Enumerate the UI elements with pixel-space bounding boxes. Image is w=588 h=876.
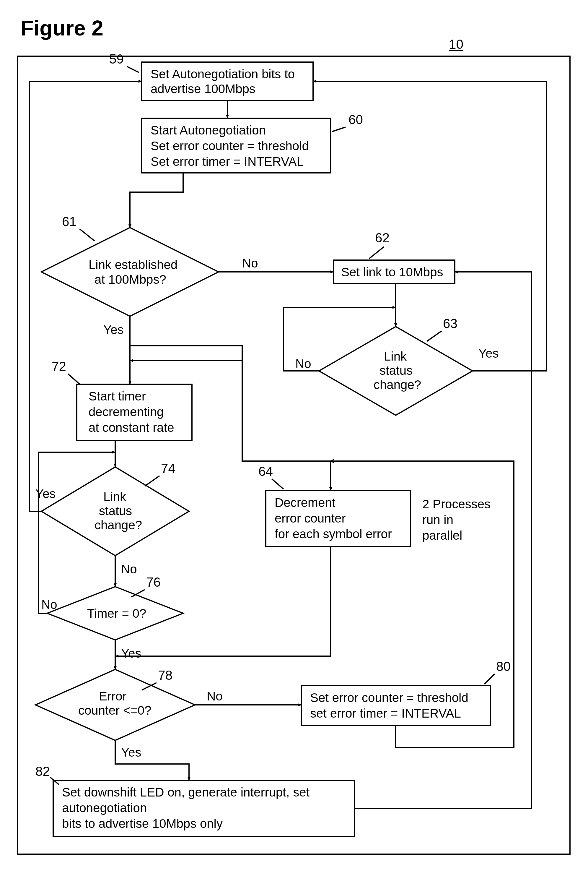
- svg-text:Error: Error: [99, 689, 126, 703]
- svg-text:Link established: Link established: [88, 258, 177, 272]
- label-63-no: No: [296, 357, 311, 371]
- label-78-yes: Yes: [121, 745, 141, 759]
- svg-text:Link: Link: [104, 490, 126, 503]
- svg-text:Set Autonegotiation bits to: Set Autonegotiation bits to: [151, 67, 295, 81]
- note-parallel-3: parallel: [422, 529, 462, 542]
- svg-text:error counter: error counter: [274, 511, 345, 525]
- svg-text:decrementing: decrementing: [88, 405, 164, 419]
- ref-59: 59: [109, 52, 124, 66]
- ref-60: 60: [348, 112, 363, 127]
- ref-62: 62: [375, 230, 390, 245]
- svg-text:Link: Link: [384, 349, 407, 363]
- ref-74: 74: [161, 461, 176, 476]
- label-61-no: No: [242, 256, 258, 270]
- figure-title: Figure 2: [21, 16, 104, 40]
- node-60: Start Autonegotiation Set error counter …: [142, 118, 331, 173]
- label-78-no: No: [207, 689, 223, 703]
- ref-76: 76: [146, 575, 160, 589]
- ref-63: 63: [443, 316, 458, 331]
- node-82: Set downshift LED on, generate interrupt…: [53, 780, 354, 836]
- ref-61: 61: [62, 214, 76, 229]
- svg-text:counter <=0?: counter <=0?: [78, 703, 152, 717]
- node-62: Set link to 10Mbps: [334, 260, 455, 284]
- svg-text:at constant rate: at constant rate: [88, 421, 174, 434]
- ref-72: 72: [52, 359, 66, 374]
- svg-text:autonegotiation: autonegotiation: [62, 801, 147, 815]
- node-64: Decrement error counter for each symbol …: [266, 491, 411, 547]
- svg-text:Start timer: Start timer: [88, 389, 146, 403]
- ref-64: 64: [258, 464, 273, 478]
- svg-text:Set error counter = threshold: Set error counter = threshold: [310, 691, 468, 705]
- note-parallel-2: run in: [422, 513, 453, 527]
- ref-80: 80: [496, 659, 511, 673]
- note-parallel-1: 2 Processes: [422, 497, 490, 511]
- node-80: Set error counter = threshold set error …: [301, 686, 490, 726]
- label-61-yes: Yes: [104, 323, 124, 337]
- page-ref: 10: [449, 37, 464, 51]
- svg-text:Set downshift LED on, generate: Set downshift LED on, generate interrupt…: [62, 785, 309, 799]
- svg-text:Timer = 0?: Timer = 0?: [87, 607, 146, 621]
- svg-text:change?: change?: [374, 378, 421, 392]
- label-74-no: No: [121, 562, 137, 576]
- node-72: Start timer decrementing at constant rat…: [77, 384, 192, 440]
- svg-text:status: status: [99, 504, 132, 518]
- svg-text:Set error timer = INTERVAL: Set error timer = INTERVAL: [151, 155, 304, 168]
- svg-text:advertise 100Mbps: advertise 100Mbps: [151, 82, 255, 96]
- ref-82: 82: [36, 764, 50, 778]
- svg-text:set error timer = INTERVAL: set error timer = INTERVAL: [310, 706, 461, 720]
- label-76-no: No: [41, 598, 57, 612]
- svg-text:bits to advertise 10Mbps only: bits to advertise 10Mbps only: [62, 817, 223, 831]
- svg-text:Decrement: Decrement: [274, 496, 336, 509]
- svg-text:status: status: [380, 364, 412, 377]
- node-59: Set Autonegotiation bits to advertise 10…: [142, 62, 313, 101]
- svg-text:change?: change?: [94, 518, 142, 532]
- ref-78: 78: [158, 668, 172, 682]
- svg-text:at 100Mbps?: at 100Mbps?: [94, 272, 166, 286]
- label-76-yes: Yes: [121, 646, 141, 660]
- svg-text:Start Autonegotiation: Start Autonegotiation: [151, 123, 266, 137]
- svg-text:for each symbol error: for each symbol error: [274, 527, 392, 541]
- label-63-yes: Yes: [478, 346, 499, 360]
- svg-text:Set link to 10Mbps: Set link to 10Mbps: [341, 265, 443, 279]
- svg-text:Set error counter = threshold: Set error counter = threshold: [151, 139, 309, 153]
